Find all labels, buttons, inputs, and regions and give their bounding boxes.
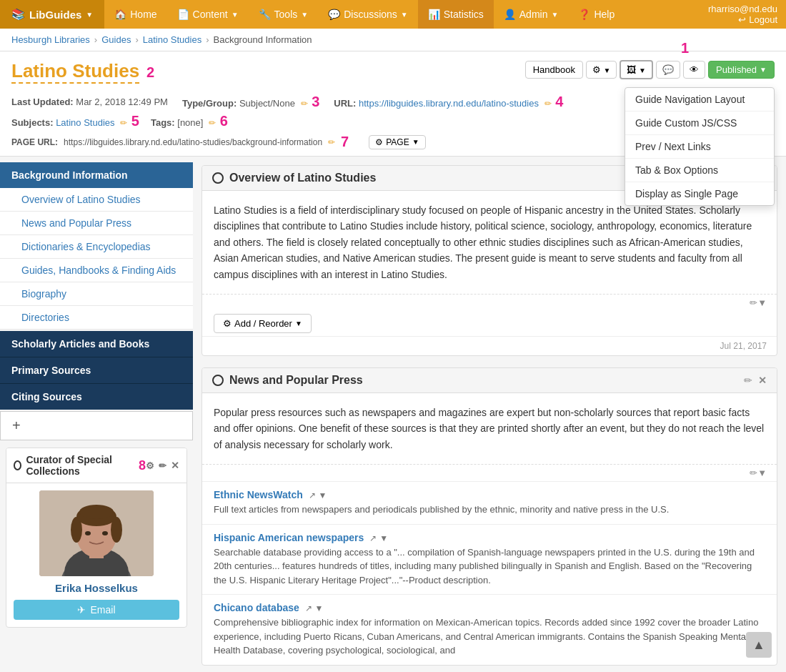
resource-item-ethnic: Ethnic NewsWatch ↗ ▼ Full text articles … [202,482,777,525]
sidebar-item-overview[interactable]: Overview of Latino Studies [0,188,193,212]
dropdown-item-5[interactable]: Display as Single Page [625,182,774,205]
sidebar-item-biography[interactable]: Biography [0,282,193,306]
chicano-caret-icon[interactable]: ▼ [315,603,324,613]
breadcrumb-sep3: › [206,34,209,45]
type-group-edit-icon[interactable]: ✏ [301,99,308,109]
published-btn[interactable]: Published ▼ [708,61,775,79]
nav-statistics[interactable]: 📊 Statistics [418,0,494,29]
subjects-value[interactable]: Latino Studies [56,117,114,128]
curator-header: Curator of Special Collections 8 ⚙ ✏ ✕ [6,448,186,483]
news-circle-icon [212,375,224,386]
badge-2: 2 [146,64,154,80]
page-url-value: https://libguides.library.nd.edu/latino-… [64,137,322,147]
sidebar-section-scholarly[interactable]: Scholarly Articles and Books [0,331,193,357]
admin-caret-icon: ▼ [551,11,558,19]
badge-6: 6 [220,113,228,129]
chevron-up-icon: ▲ [752,638,765,653]
svg-point-8 [79,505,114,519]
hispanic-link-icon[interactable]: ↗ [369,533,377,543]
chicano-db-link[interactable]: Chicano database [214,602,299,613]
sidebar-section-primary[interactable]: Primary Sources [0,357,193,383]
nav-tools[interactable]: 🔧 Tools ▼ [249,0,319,29]
badge-4: 4 [555,94,563,109]
eye-icon: 👁 [690,64,699,75]
ethnic-description: Full text articles from newspapers and p… [214,503,765,517]
tags-edit-icon[interactable]: ✏ [209,118,216,128]
sidebar: Background Information Overview of Latin… [0,157,193,672]
chicano-link-icon[interactable]: ↗ [305,603,312,613]
url-value[interactable]: https://libguides.library.nd.edu/latino-… [359,98,539,109]
ethnic-caret-icon[interactable]: ▼ [319,490,327,500]
url-edit-icon[interactable]: ✏ [544,99,552,109]
dropdown-item-1[interactable]: Guide Navigation Layout [625,88,774,112]
tags-label: Tags: [151,117,175,128]
news-edit-icon[interactable]: ✏ [744,375,752,386]
badge-5: 5 [131,113,139,129]
email-icon: ✈ [77,604,86,616]
breadcrumb-hesburgh[interactable]: Hesburgh Libraries [11,34,90,45]
hispanic-newspapers-link[interactable]: Hispanic American newspapers [214,532,364,543]
curator-circle-icon [14,460,21,470]
admin-icon: 👤 [504,9,516,20]
cog-icon: ⚙ [375,137,383,147]
page-url-label: PAGE URL: [11,137,58,147]
comment-btn[interactable]: 💬 [656,61,680,79]
subjects-edit-icon[interactable]: ✏ [120,118,127,128]
breadcrumb-guides[interactable]: Guides [101,34,131,45]
user-email: rharriso@nd.edu [708,4,777,14]
ethnic-newswatch-link[interactable]: Ethnic NewsWatch [214,489,303,500]
sidebar-active-section[interactable]: Background Information [0,162,193,188]
nav-home[interactable]: 🏠 Home [104,0,166,29]
nav-discussions[interactable]: 💬 Discussions ▼ [318,0,418,29]
libguides-dropdown-btn[interactable]: 📚 LibGuides ▼ [0,0,104,29]
svg-point-6 [71,517,82,543]
page-caret-icon: ▼ [412,138,419,146]
subjects-label: Subjects: [11,117,54,128]
add-reorder-area: ⚙ Add / Reorder ▼ [202,311,777,336]
gear-btn[interactable]: ⚙ ▼ [586,61,617,79]
handbook-btn[interactable]: Handbook [525,61,583,79]
curator-edit-icon[interactable]: ✏ [159,460,166,471]
eye-btn[interactable]: 👁 [683,61,705,79]
type-group-value: Subject/None [239,98,295,109]
curator-email-btn[interactable]: ✈ Email [14,600,179,620]
nav-admin[interactable]: 👤 Admin ▼ [494,0,569,29]
content-icon: 📄 [177,9,189,20]
badge-1: 1 [681,40,689,56]
breadcrumb-latino-studies[interactable]: Latino Studies [143,34,202,45]
dropdown-item-3[interactable]: Prev / Next Links [625,135,774,159]
curator-gear-icon[interactable]: ⚙ [146,460,154,471]
sidebar-item-directories[interactable]: Directories [0,306,193,330]
news-box-options-icon[interactable]: ✏▼ [750,468,767,478]
libguides-label: LibGuides [29,9,81,21]
sidebar-item-guides[interactable]: Guides, Handbooks & Finding Aids [0,259,193,282]
breadcrumb: Hesburgh Libraries › Guides › Latino Stu… [0,29,786,51]
page-url-edit-icon[interactable]: ✏ [328,137,335,147]
logout-btn[interactable]: ↩ Logout [738,14,777,25]
svg-point-9 [85,531,91,535]
news-close-icon[interactable]: ✕ [758,375,767,386]
hispanic-caret-icon[interactable]: ▼ [379,533,388,543]
sidebar-item-news[interactable]: News and Popular Press [0,212,193,235]
ethnic-link-icon[interactable]: ↗ [309,490,316,500]
add-tab-btn[interactable]: + [0,411,193,440]
curator-close-icon[interactable]: ✕ [171,460,179,471]
box-options-icon[interactable]: ✏▼ [750,297,767,308]
dropdown-item-4[interactable]: Tab & Box Options [625,159,774,182]
badge-3: 3 [312,94,319,109]
page-dropdown-btn[interactable]: ⚙ PAGE ▼ [369,135,425,149]
nav-content[interactable]: 📄 Content ▼ [167,0,249,29]
caret-down-icon: ▼ [86,11,93,19]
top-nav: 📚 LibGuides ▼ 🏠 Home 📄 Content ▼ 🔧 Tools… [0,0,786,29]
scroll-top-btn[interactable]: ▲ [746,632,772,658]
nav-help[interactable]: ❓ Help [568,0,625,29]
news-body: Popular press resources such as newspape… [202,393,777,465]
image-btn[interactable]: 🖼 ▼ [620,60,653,79]
dropdown-item-2[interactable]: Guide Custom JS/CSS [625,112,774,135]
sidebar-item-dictionaries[interactable]: Dictionaries & Encyclopedias [0,235,193,259]
home-icon: 🏠 [114,9,126,20]
published-label: Published [716,64,757,75]
help-icon: ❓ [578,9,590,20]
sidebar-section-citing[interactable]: Citing Sources [0,383,193,410]
add-reorder-btn[interactable]: ⚙ Add / Reorder ▼ [214,314,312,333]
